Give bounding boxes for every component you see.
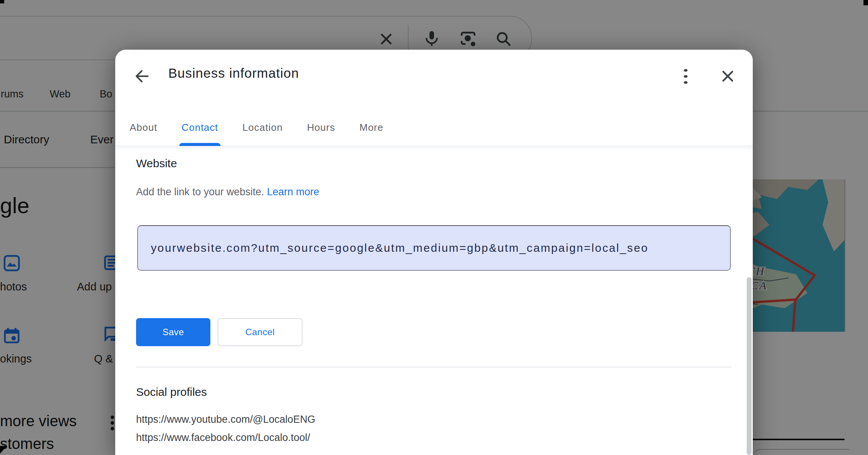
scroll-shadow bbox=[115, 147, 753, 150]
website-description: Add the link to your website. Learn more bbox=[136, 186, 319, 198]
tab-location[interactable]: Location bbox=[243, 109, 283, 146]
tab-about[interactable]: About bbox=[130, 109, 157, 146]
screen: rums Web Bo Directory Ever gle hotos Add… bbox=[0, 0, 868, 455]
cancel-button[interactable]: Cancel bbox=[218, 318, 302, 346]
youtube-profile-url: https://www.youtube.com/@LocaloENG bbox=[136, 414, 315, 425]
website-description-text: Add the link to your website. bbox=[136, 186, 264, 198]
business-information-dialog: Business information About Contact Locat… bbox=[115, 50, 753, 455]
dialog-tab-bar: About Contact Location Hours More bbox=[115, 110, 753, 146]
tab-more[interactable]: More bbox=[359, 109, 383, 146]
learn-more-link[interactable]: Learn more bbox=[267, 186, 319, 198]
overflow-menu-icon[interactable] bbox=[677, 67, 694, 85]
dialog-title: Business information bbox=[168, 66, 299, 81]
save-button[interactable]: Save bbox=[136, 318, 210, 346]
facebook-profile-url: https://www.facebook.com/Localo.tool/ bbox=[136, 432, 310, 444]
dialog-scrollbar-thumb[interactable] bbox=[747, 277, 752, 455]
website-section-heading: Website bbox=[136, 157, 177, 170]
social-profiles-heading: Social profiles bbox=[136, 386, 207, 399]
website-url-input[interactable] bbox=[137, 225, 731, 271]
section-divider bbox=[136, 367, 732, 367]
close-icon[interactable] bbox=[719, 67, 737, 85]
back-arrow-icon[interactable] bbox=[132, 67, 150, 85]
tab-contact[interactable]: Contact bbox=[182, 109, 218, 146]
tab-hours[interactable]: Hours bbox=[307, 109, 335, 146]
